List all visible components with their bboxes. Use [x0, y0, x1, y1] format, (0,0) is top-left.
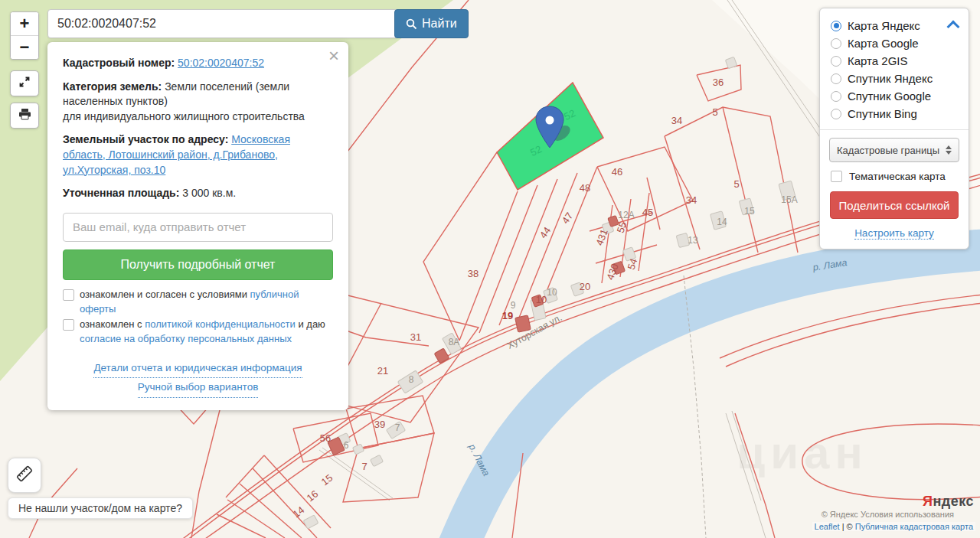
parcel-label: 36 [713, 77, 724, 88]
parcel-label: 13 [688, 235, 698, 246]
configure-map-row: Настроить карту [820, 227, 969, 239]
agree-offer-checkbox[interactable] [63, 289, 74, 301]
parcel-label: 15 [744, 206, 755, 217]
parcel-label: 48 [580, 182, 590, 194]
parcel-label: 8 [409, 374, 414, 385]
agree-offer-row: ознакомлен и согласен с условиями публич… [63, 288, 333, 317]
layer-option-bing-sat[interactable]: Спутник Bing [820, 105, 969, 122]
radio-icon[interactable] [831, 73, 841, 84]
parcel-label: 6 [344, 440, 349, 451]
category-value-2: для индивидуального жилищного строительс… [63, 110, 305, 122]
leaflet-link[interactable]: Leaflet [815, 522, 840, 531]
radio-icon[interactable] [831, 56, 841, 67]
area-label: Уточненная площадь: [63, 187, 179, 199]
area-row: Уточненная площадь: 3 000 кв.м. [63, 186, 333, 201]
parcel-label: 34 [671, 115, 682, 126]
parcel-label: 38 [468, 268, 479, 279]
cadastral-number-row: Кадастровый номер: 50:02:0020407:52 [63, 56, 333, 71]
thematic-map-row[interactable]: Тематическая карта [831, 171, 958, 182]
parcel-label: 14 [717, 217, 727, 227]
email-input[interactable] [63, 213, 333, 242]
parcel-label: 7 [361, 461, 367, 472]
parcel-label: 45 [642, 207, 653, 218]
watermark-text: циан [737, 427, 867, 478]
overlay-select-value: Кадастровые границы [837, 145, 939, 156]
parcel-label: 20 [580, 281, 590, 292]
privacy-policy-link[interactable]: политикой конфиденциальности [145, 318, 296, 330]
search-button-label: Найти [422, 17, 457, 31]
close-icon[interactable]: × [328, 47, 339, 65]
parcel-label: 21 [377, 365, 388, 377]
layer-option-yandex-map[interactable]: Карта Яндекс [820, 17, 969, 34]
agree-privacy-row: ознакомлен с политикой конфиденциальност… [63, 318, 333, 347]
agree-privacy-checkbox[interactable] [63, 319, 74, 331]
address-label: Земельный участок по адресу: [63, 133, 228, 145]
parcel-label: 10 [536, 294, 547, 305]
yandex-logo: Яндекс [923, 494, 974, 510]
parcel-label: 9 [511, 300, 516, 311]
agree-privacy-label: ознакомлен с политикой конфиденциальност… [80, 318, 333, 347]
personal-data-link[interactable]: согласие на обработку персональных данны… [80, 333, 292, 344]
expand-arrows-icon [18, 76, 31, 91]
zoom-in-button[interactable]: + [11, 12, 38, 36]
radio-icon[interactable] [831, 109, 841, 119]
radio-icon[interactable] [831, 38, 841, 49]
yandex-attribution: © Яндекс Условия использования [822, 510, 954, 519]
radio-icon[interactable] [831, 21, 841, 31]
search-button[interactable]: Найти [394, 9, 469, 38]
measure-button[interactable] [8, 458, 41, 493]
report-details-link[interactable]: Детали отчета и юридическая информация [93, 359, 302, 378]
parcel-label: 5 [733, 178, 739, 190]
cadastral-number-label: Кадастровый номер: [63, 57, 175, 69]
zoom-out-button[interactable]: − [11, 36, 38, 59]
parcel-label: 10 [547, 287, 557, 298]
agree-offer-label: ознакомлен и согласен с условиями публич… [80, 288, 333, 317]
parcel-label: 56 [320, 432, 331, 444]
map-app: циан383121403956715161444474846455543143… [0, 0, 980, 538]
zoom-control: + − [10, 11, 39, 60]
layer-option-google-map[interactable]: Карта Google [820, 34, 969, 52]
search-input[interactable] [47, 9, 398, 38]
select-arrows-icon [946, 145, 952, 155]
printer-icon [18, 108, 31, 123]
parcel-label: 7 [395, 422, 400, 433]
leaflet-attribution: Leaflet | © Публичная кадастровая карта [812, 522, 975, 531]
fullscreen-button[interactable] [10, 70, 39, 96]
parcel-label: 34 [686, 194, 697, 206]
parcel-info-popup: × Кадастровый номер: 50:02:0020407:52 Ка… [47, 42, 348, 410]
not-found-button[interactable]: Не нашли участок/дом на карте? [8, 497, 193, 519]
divider [820, 129, 969, 130]
layer-option-yandex-sat[interactable]: Спутник Яндекс [820, 70, 969, 87]
parcel-label: 12A [618, 210, 634, 220]
address-row: Земельный участок по адресу: Московская … [63, 132, 333, 178]
layer-option-google-sat[interactable]: Спутник Google [820, 87, 969, 105]
parcel-label: 31 [410, 331, 421, 343]
thematic-checkbox[interactable] [831, 171, 842, 182]
overlay-select[interactable]: Кадастровые границы [829, 138, 959, 162]
marker-dot [546, 116, 554, 125]
configure-map-link[interactable]: Настроить карту [854, 227, 934, 240]
search-icon [406, 18, 417, 30]
category-row: Категория земель: Земли поселений (земли… [63, 80, 333, 125]
layers-panel: Карта Яндекс Карта Google Карта 2GIS Спу… [819, 8, 969, 249]
radio-icon[interactable] [831, 91, 841, 102]
parcel-label: 46 [612, 166, 622, 178]
ruler-icon [15, 464, 34, 487]
popup-footer-links: Детали отчета и юридическая информация Р… [63, 359, 333, 398]
get-report-button[interactable]: Получить подробный отчет [63, 249, 333, 280]
parcel-label: 5 [712, 106, 717, 118]
parcel-label: 15A [781, 194, 797, 205]
layer-option-2gis-map[interactable]: Карта 2GIS [820, 52, 969, 70]
manual-select-link[interactable]: Ручной выбор вариантов [138, 378, 259, 397]
parcel-label: 8A [449, 337, 460, 347]
pkk-link[interactable]: Публичная кадастровая карта [855, 522, 973, 531]
parcel-label: 19 [502, 310, 513, 321]
parcel-label: 39 [374, 419, 385, 430]
cadastral-number-link[interactable]: 50:02:0020407:52 [178, 57, 264, 69]
print-button[interactable] [10, 103, 39, 129]
area-value: 3 000 кв.м. [182, 187, 236, 199]
category-label: Категория земель: [63, 80, 162, 93]
share-link-button[interactable]: Поделиться ссылкой [830, 191, 959, 219]
